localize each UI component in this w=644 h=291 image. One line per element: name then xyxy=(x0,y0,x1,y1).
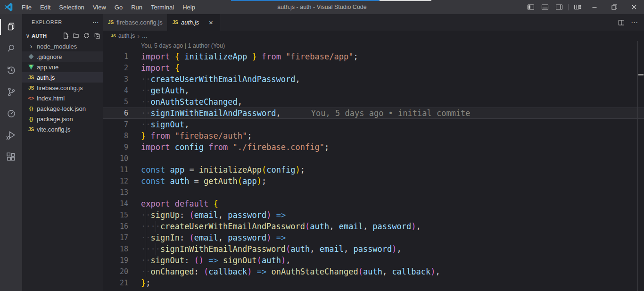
code-line-11[interactable]: 11const app = initializeApp(config); xyxy=(103,164,644,175)
file-icon-cell: › xyxy=(27,43,35,50)
file-tree-item-.gitignore[interactable]: .gitignore xyxy=(22,51,103,62)
file-tree-item-vite.config.js[interactable]: JSvite.config.js xyxy=(22,124,103,134)
history-icon[interactable] xyxy=(0,59,22,81)
code-line-18[interactable]: 18····signInWithEmailAndPassword(auth, e… xyxy=(103,243,644,255)
timeline-clock-icon[interactable] xyxy=(0,103,22,125)
minimize-button[interactable] xyxy=(585,0,604,14)
close-tab-icon[interactable]: × xyxy=(206,18,215,26)
file-tree-item-index.html[interactable]: <>index.html xyxy=(22,93,103,103)
code-line-3[interactable]: 3··createUserWithEmailAndPassword, xyxy=(103,74,644,85)
source-control-icon[interactable] xyxy=(0,81,22,103)
code-line-8[interactable]: 8} from "firebase/auth"; xyxy=(103,130,644,141)
file-tree-item-node_modules[interactable]: ›node_modules xyxy=(22,41,103,51)
code-line-17[interactable]: 17··signIn: (email, password) => xyxy=(103,232,644,243)
file-tree-item-firebase.config.js[interactable]: JSfirebase.config.js xyxy=(22,83,103,93)
file-tree-item-package.json[interactable]: {}package.json xyxy=(22,114,103,124)
menubar: FileEditSelectionViewGoRunTerminalHelp xyxy=(17,0,199,14)
git-blame-inline: You, 5 days ago • initial commite xyxy=(311,108,471,118)
indent-guide xyxy=(146,108,146,118)
layout-panel-toggle-icon[interactable] xyxy=(538,0,552,14)
indent-guide xyxy=(146,209,146,221)
sidebar-explorer: EXPLORER ⋯ ∨ AUTH xyxy=(22,14,103,291)
menu-run[interactable]: Run xyxy=(127,0,147,14)
file-icon-cell: JS xyxy=(27,127,35,132)
indent-guide xyxy=(146,85,146,96)
whitespace-dots: ···· xyxy=(141,222,160,231)
code-editor[interactable]: You, 5 days ago | 1 author (You) 1import… xyxy=(103,41,644,291)
line-content: import config from "./firebase.config"; xyxy=(128,141,644,153)
new-folder-icon[interactable] xyxy=(73,32,80,39)
tab-firebase.config.js[interactable]: JSfirebase.config.js xyxy=(103,14,168,31)
restore-button[interactable] xyxy=(604,0,624,14)
code-line-14[interactable]: 14export default { xyxy=(103,198,644,209)
menu-view[interactable]: View xyxy=(89,0,110,14)
file-label: index.html xyxy=(37,95,65,102)
code-line-5[interactable]: 5··onAuthStateChanged, xyxy=(103,96,644,108)
collapse-all-icon[interactable] xyxy=(93,32,100,39)
extensions-icon[interactable] xyxy=(0,146,22,168)
code-line-13[interactable]: 13 xyxy=(103,187,644,198)
code-line-2[interactable]: 2import { xyxy=(103,62,644,74)
code-line-21[interactable]: 21}; xyxy=(103,277,644,289)
explorer-icon[interactable] xyxy=(0,16,22,38)
split-editor-icon[interactable] xyxy=(618,19,625,26)
tab-label: auth.js xyxy=(181,19,199,26)
breadcrumb-file[interactable]: auth.js xyxy=(118,33,135,39)
git-blame-lens[interactable]: You, 5 days ago | 1 author (You) xyxy=(103,41,644,51)
code-line-1[interactable]: 1import { initializeApp } from "firebase… xyxy=(103,51,644,62)
close-button[interactable] xyxy=(624,0,644,14)
code-line-6[interactable]: 6··signInWithEmailAndPassword,You, 5 day… xyxy=(103,108,644,119)
line-number: 13 xyxy=(103,187,128,198)
menu-go[interactable]: Go xyxy=(110,0,127,14)
menu-edit[interactable]: Edit xyxy=(36,0,55,14)
js-file-icon: JS xyxy=(111,33,116,38)
vertical-scrollbar[interactable] xyxy=(637,41,644,291)
folder-section-auth[interactable]: ∨ AUTH xyxy=(22,30,103,41)
layout-secondary-sidebar-toggle-icon[interactable] xyxy=(552,0,566,14)
line-number: 16 xyxy=(103,221,128,232)
chevron-right-icon: › xyxy=(137,33,139,40)
window-controls xyxy=(524,0,644,14)
editor-actions: ⋯ xyxy=(618,14,644,31)
menu-help[interactable]: Help xyxy=(178,0,199,14)
line-content: ··signInWithEmailAndPassword,You, 5 days… xyxy=(128,108,644,118)
search-icon[interactable] xyxy=(0,38,22,59)
vue-file-icon xyxy=(28,65,34,70)
indent-guide xyxy=(156,243,156,255)
line-content xyxy=(128,187,644,198)
file-tree-item-auth.js[interactable]: JSauth.js xyxy=(22,72,103,83)
explorer-more-icon[interactable]: ⋯ xyxy=(92,18,99,26)
file-tree-item-app.vue[interactable]: app.vue xyxy=(22,62,103,72)
line-content: ··createUserWithEmailAndPassword, xyxy=(128,74,644,85)
code-line-9[interactable]: 9import config from "./firebase.config"; xyxy=(103,141,644,153)
line-number: 15 xyxy=(103,209,128,221)
file-tree-item-package-lock.json[interactable]: {}package-lock.json xyxy=(22,103,103,114)
code-line-10[interactable]: 10 xyxy=(103,153,644,164)
breadcrumb[interactable]: JS auth.js › … xyxy=(103,31,644,41)
code-line-16[interactable]: 16····createUserWithEmailAndPassword(aut… xyxy=(103,221,644,232)
tab-auth.js[interactable]: JSauth.js× xyxy=(168,14,221,31)
layout-sidebar-toggle-icon[interactable] xyxy=(524,0,538,14)
menu-selection[interactable]: Selection xyxy=(55,0,88,14)
refresh-icon[interactable] xyxy=(83,32,90,39)
overview-cursor-mark xyxy=(638,74,644,75)
menu-terminal[interactable]: Terminal xyxy=(147,0,178,14)
file-icon-cell xyxy=(27,55,35,58)
code-line-20[interactable]: 20··onChanged: (callback) => onAuthState… xyxy=(103,266,644,277)
breadcrumb-more[interactable]: … xyxy=(142,33,148,39)
code-line-12[interactable]: 12const auth = getAuth(app); xyxy=(103,175,644,187)
file-icon-cell xyxy=(27,65,35,70)
more-actions-icon[interactable]: ⋯ xyxy=(631,18,638,27)
code-line-7[interactable]: 7··signOut, xyxy=(103,119,644,130)
explorer-header: EXPLORER ⋯ xyxy=(22,14,103,30)
menu-file[interactable]: File xyxy=(17,0,36,14)
activity-bar xyxy=(0,14,22,291)
line-number: 19 xyxy=(103,255,128,266)
customize-layout-icon[interactable] xyxy=(570,0,585,14)
code-line-4[interactable]: 4··getAuth, xyxy=(103,85,644,96)
explorer-title: EXPLORER xyxy=(32,19,62,25)
code-line-19[interactable]: 19··signOut: () => signOut(auth), xyxy=(103,255,644,266)
new-file-icon[interactable] xyxy=(62,32,69,39)
code-line-15[interactable]: 15··signUp: (email, password) => xyxy=(103,209,644,221)
run-and-debug-icon[interactable] xyxy=(0,125,22,146)
